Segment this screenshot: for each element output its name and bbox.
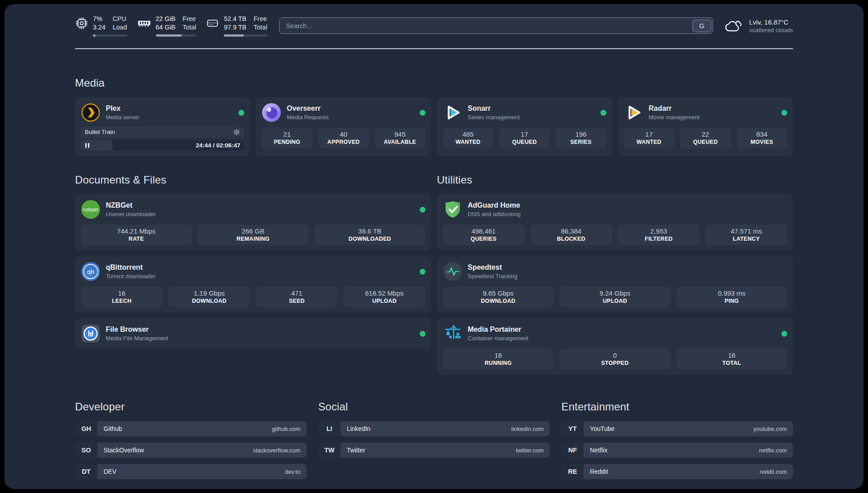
bookmark-twitter[interactable]: TW Twitter twitter.com [318, 443, 550, 458]
stat-tile: 498,461 QUERIES [443, 225, 525, 245]
app-name: Overseerr [287, 104, 329, 113]
bookmark-url: dev.to [285, 468, 300, 475]
google-search-button[interactable]: G [693, 20, 711, 32]
bookmark-github[interactable]: GH Github github.com [75, 421, 307, 436]
app-subtitle: Torrent downloader [106, 273, 155, 280]
bookmark-abbr: LI [318, 421, 341, 436]
app-card-adguard[interactable]: AdGuard Home DNS and adblocking 498,461 … [437, 194, 793, 251]
bookmark-stackoverflow[interactable]: SO StackOverflow stackoverflow.com [75, 443, 307, 458]
app-subtitle: Movie management [649, 114, 700, 121]
plex-media-title: Bullet Train [85, 129, 115, 135]
bookmark-abbr: DT [75, 464, 97, 479]
bookmark-url: twitter.com [516, 447, 543, 454]
app-card-filebrowser[interactable]: File Browser Media File Management [75, 318, 431, 349]
stat-tile: 16 TOTAL [676, 349, 788, 369]
section-title-entertainment: Entertainment [561, 401, 793, 413]
bookmark-netflix[interactable]: NF Netflix netflix.com [561, 443, 793, 458]
bookmark-url: youtube.com [754, 426, 787, 432]
bookmark-abbr: RE [561, 464, 584, 479]
bookmark-abbr: TW [318, 443, 341, 458]
app-name: NZBGet [106, 201, 156, 209]
bookmark-url: stackoverflow.com [253, 447, 300, 454]
stat-tile: 16 LEECH [81, 287, 163, 307]
status-dot-online [420, 110, 426, 116]
weather-condition: scattered clouds [749, 27, 793, 33]
system-status-bar: 7% 3.24 CPU Load [75, 15, 267, 37]
app-card-sonarr[interactable]: Sonarr Series management 485 WANTED 17 Q… [437, 97, 612, 156]
section-title-utilities: Utilities [437, 174, 793, 186]
bookmark-youtube[interactable]: YT YouTube youtube.com [561, 421, 793, 436]
stat-tile: 618.52 Mbps UPLOAD [343, 287, 425, 307]
stat-tile: 485 WANTED [443, 128, 493, 148]
app-card-speedtest[interactable]: Speedtest Speedtest Tracking 9.65 Gbps D… [437, 256, 793, 313]
cpu-usage-value: 7% [93, 15, 105, 23]
status-dot-online [238, 110, 244, 116]
app-card-qbittorrent[interactable]: qb qBittorrent Torrent downloader 16 [75, 256, 431, 313]
bookmark-dev[interactable]: DT DEV dev.to [75, 464, 307, 479]
app-card-plex[interactable]: Plex Media server Bullet Train [75, 97, 250, 156]
section-utilities: Utilities AdGuard Home [437, 174, 793, 375]
app-name: Media Portainer [468, 326, 529, 334]
sonarr-icon [443, 103, 463, 122]
radarr-icon [624, 103, 643, 122]
adguard-icon [443, 200, 463, 219]
gear-icon[interactable] [233, 129, 240, 136]
pause-icon [85, 143, 89, 148]
stat-tile: 2,953 FILTERED [618, 225, 700, 245]
dashboard-frame: 7% 3.24 CPU Load [4, 4, 864, 489]
cpu-widget: 7% 3.24 CPU Load [75, 15, 127, 37]
overseerr-icon [262, 103, 281, 122]
section-developer: Developer GH Github github.com SO StackO… [75, 401, 307, 479]
section-entertainment: Entertainment YT YouTube youtube.com NF … [561, 401, 793, 479]
section-title-media: Media [75, 77, 793, 89]
top-bar: 7% 3.24 CPU Load [75, 4, 793, 37]
bookmark-abbr: SO [75, 443, 97, 458]
app-subtitle: Speedtest Tracking [468, 273, 517, 280]
bookmark-url: reddit.com [760, 468, 787, 475]
ram-total-label: Total [183, 23, 196, 32]
bookmark-reddit[interactable]: RE Reddit reddit.com [561, 464, 793, 479]
stat-tile: 17 QUEUED [499, 128, 550, 148]
bookmark-name: Netflix [590, 447, 607, 454]
app-card-nzbget[interactable]: nzbget NZBGet Usenet downloader 744.21 M… [75, 194, 431, 251]
app-subtitle: Series management [468, 114, 520, 121]
plex-now-playing-row: Bullet Train [81, 126, 244, 138]
status-dot-online [781, 110, 787, 116]
section-title-social: Social [318, 401, 550, 413]
app-card-overseerr[interactable]: Overseerr Media Requests 21 PENDING 40 A… [256, 97, 431, 156]
stat-tile: 1.19 Gbps DOWNLOAD [168, 287, 250, 307]
ram-free-value: 22 GiB [156, 15, 175, 23]
app-card-radarr[interactable]: Radarr Movie management 17 WANTED 22 QUE… [618, 97, 793, 156]
bookmark-name: YouTube [590, 425, 614, 432]
search-input[interactable] [281, 22, 693, 29]
bookmark-url: netflix.com [759, 447, 787, 454]
bookmark-abbr: NF [561, 443, 584, 458]
status-dot-online [420, 269, 426, 275]
status-dot-online [420, 207, 426, 213]
app-subtitle: Media Requests [287, 114, 329, 121]
stat-tile: 39.6 TB DOWNLOADED [314, 225, 426, 245]
ram-total-value: 64 GiB [156, 23, 175, 32]
plex-icon [81, 103, 100, 122]
disk-widget: 52.4 TB 97.9 TB Free Total [206, 15, 267, 37]
plex-playback-progress: 24:44 / 02:06:47 [81, 140, 244, 150]
bookmark-linkedin[interactable]: LI LinkedIn linkedin.com [318, 421, 550, 436]
stat-tile: 16 RUNNING [443, 349, 554, 369]
stat-tile: 945 AVAILABLE [375, 128, 425, 148]
app-subtitle: Media server [106, 114, 139, 121]
section-documents: Documents & Files nzbget NZBGet Usenet d… [75, 174, 431, 349]
disk-icon [206, 17, 219, 30]
status-dot-online [420, 331, 426, 337]
cpu-load-value: 3.24 [93, 23, 105, 32]
cpu-usage-label: CPU [113, 15, 127, 23]
bookmark-url: linkedin.com [511, 426, 543, 432]
app-subtitle: Media File Management [106, 335, 168, 342]
stat-tile: 196 SERIES [555, 128, 606, 148]
svg-text:qb: qb [87, 268, 95, 275]
app-card-portainer[interactable]: Media Portainer Container management 16 … [437, 318, 793, 375]
stat-tile: 9.24 Gbps UPLOAD [559, 287, 671, 307]
stat-tile: 40 APPROVED [318, 128, 369, 148]
status-dot-online [781, 331, 787, 337]
portainer-icon [443, 324, 463, 343]
stat-tile: 0 STOPPED [559, 349, 671, 369]
